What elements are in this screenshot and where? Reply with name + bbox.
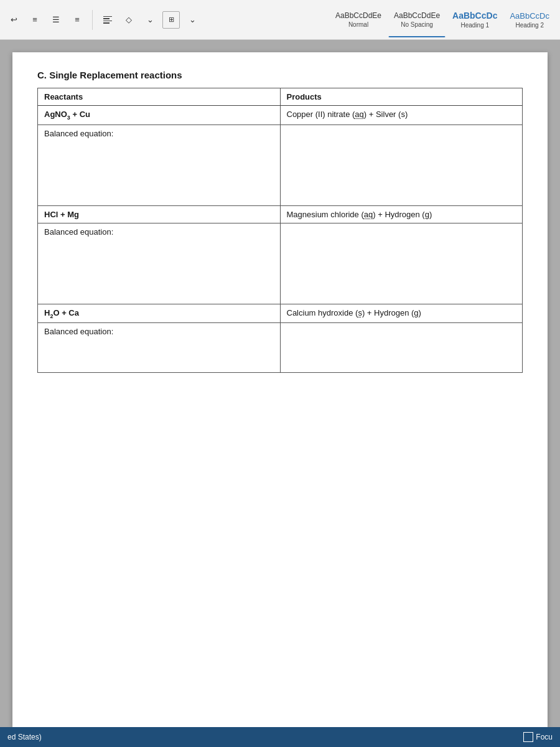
table-row: HCl + Mg Magnesium chloride (aq) + Hydro… (38, 205, 523, 223)
style-h2-label: Heading 2 (515, 22, 544, 29)
table-header-row: Reactants Products (38, 88, 523, 106)
status-bar: ed States) Focu (0, 727, 560, 747)
list-button[interactable]: ☰ (47, 11, 65, 29)
reactant-3: H2O + Ca (38, 304, 281, 323)
doc-page: C. Single Replacement reactions Reactant… (12, 52, 548, 727)
table-row: Balanced equation: (38, 125, 523, 205)
product-1: Copper (II) nitrate (aq) + Silver (s) (280, 106, 523, 125)
product-2-text: Magnesium chloride (aq) + Hydrogen (g) (287, 210, 432, 219)
style-nospacing-preview: AaBbCcDdEe (394, 11, 440, 20)
reactant-3-balanced: Balanced equation: (38, 323, 281, 373)
undo-button[interactable]: ↩ (5, 11, 22, 29)
style-heading1[interactable]: AaBbCcDc Heading 1 (447, 2, 503, 37)
reactant-3-formula: H2O + Ca (44, 308, 79, 317)
style-nospacing-label: No Spacing (401, 21, 433, 28)
style-area: AaBbCcDdEe Normal AaBbCcDdEe No Spacing … (330, 2, 555, 37)
style-normal[interactable]: AaBbCcDdEe Normal (330, 2, 387, 37)
reactions-table: Reactants Products AgNO3 + Cu Copper (II… (37, 88, 523, 373)
table-button[interactable]: ⊞ (162, 11, 180, 29)
reactant-1: AgNO3 + Cu (38, 106, 281, 125)
product-1-balanced (280, 125, 523, 205)
style-h1-label: Heading 1 (460, 22, 489, 29)
product-1-text: Copper (II) nitrate (aq) + Silver (s) (287, 110, 408, 119)
col2-header: Products (280, 88, 523, 106)
product-2: Magnesium chloride (aq) + Hydrogen (g) (280, 205, 523, 223)
balanced-label-2: Balanced equation: (44, 227, 113, 237)
indent-button[interactable]: ≡ (26, 11, 44, 29)
focus-label: Focu (536, 733, 553, 741)
product-3-balanced (280, 323, 523, 373)
document-area: C. Single Replacement reactions Reactant… (0, 40, 560, 727)
focus-button[interactable]: Focu (523, 732, 553, 742)
reactant-2: HCl + Mg (38, 205, 281, 223)
balanced-label-1: Balanced equation: (44, 129, 113, 138)
section-title: C. Single Replacement reactions (37, 70, 523, 80)
table-dropdown[interactable]: ⌄ (184, 11, 201, 29)
table-row: H2O + Ca Calcium hydroxide (s) + Hydroge… (38, 304, 523, 323)
toolbar-left: ↩ ≡ ☰ ≡ ◇ ⌄ ⊞ ⌄ (5, 10, 201, 30)
reactant-1-formula: AgNO3 + Cu (44, 110, 90, 119)
status-right: Focu (523, 732, 553, 742)
line-spacing-button[interactable] (99, 11, 116, 29)
table-row: Balanced equation: (38, 223, 523, 304)
table-row: Balanced equation: (38, 323, 523, 373)
separator1 (92, 10, 93, 30)
product-2-balanced (280, 223, 523, 304)
reactant-2-balanced: Balanced equation: (38, 223, 281, 304)
style-h2-preview: AaBbCcDc (510, 11, 549, 21)
style-normal-preview: AaBbCcDdEe (335, 11, 381, 20)
focus-icon (523, 732, 533, 742)
balanced-label-3: Balanced equation: (44, 327, 113, 336)
status-text: ed States) (7, 733, 42, 741)
reactant-1-balanced: Balanced equation: (38, 125, 281, 205)
col1-header: Reactants (38, 88, 281, 106)
product-3-text: Calcium hydroxide (s) + Hydrogen (g) (287, 308, 421, 317)
table-row: AgNO3 + Cu Copper (II) nitrate (aq) + Si… (38, 106, 523, 125)
style-heading2[interactable]: AaBbCcDc Heading 2 (504, 2, 555, 37)
style-normal-label: Normal (348, 21, 368, 28)
dropdown-arrow[interactable]: ⌄ (141, 11, 159, 29)
style-h1-preview: AaBbCcDc (452, 11, 497, 21)
toolbar: ↩ ≡ ☰ ≡ ◇ ⌄ ⊞ ⌄ AaBbCcDdEe Normal (0, 0, 560, 40)
align-group (99, 11, 116, 29)
reactant-2-formula: HCl + Mg (44, 210, 79, 219)
shading-button[interactable]: ◇ (120, 11, 138, 29)
list2-button[interactable]: ≡ (68, 11, 86, 29)
product-3: Calcium hydroxide (s) + Hydrogen (g) (280, 304, 523, 323)
style-no-spacing[interactable]: AaBbCcDdEe No Spacing (388, 2, 446, 37)
